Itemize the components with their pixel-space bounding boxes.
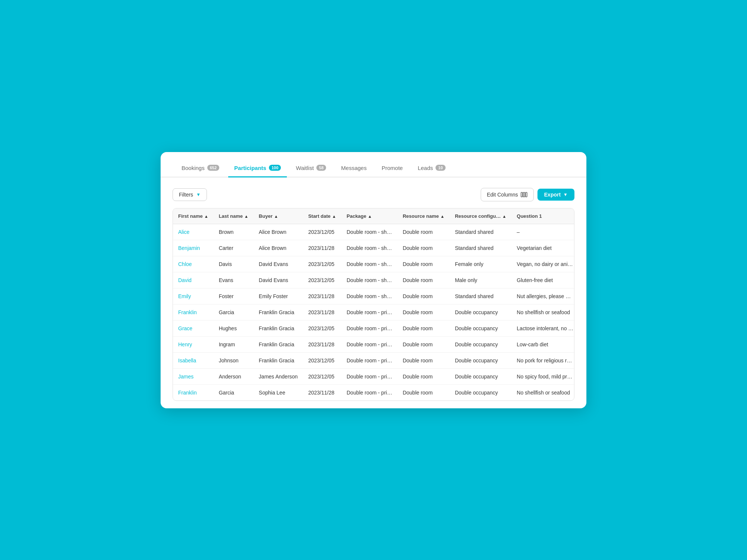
tab-label-participants: Participants — [234, 165, 266, 171]
cell-buyer-4: Emily Foster — [254, 288, 303, 304]
table-row: HenryIngramFranklin Gracia2023/11/28Doub… — [173, 336, 574, 352]
tab-bookings[interactable]: Bookings652 — [176, 161, 225, 177]
cell-last_name-8: Johnson — [214, 352, 254, 368]
cell-start_date-10: 2023/11/28 — [303, 384, 341, 400]
cell-first_name-4[interactable]: Emily — [173, 288, 214, 304]
first-name-link-6[interactable]: Grace — [178, 325, 192, 331]
cell-resource_config-2: Female only — [450, 256, 512, 272]
table-row: JamesAndersonJames Anderson2023/12/05Dou… — [173, 368, 574, 384]
cell-package-0: Double room - sh… — [341, 224, 397, 240]
tab-label-leads: Leads — [418, 165, 433, 171]
cell-resource_config-9: Double occupancy — [450, 368, 512, 384]
first-name-link-3[interactable]: David — [178, 277, 192, 283]
first-name-link-9[interactable]: James — [178, 374, 193, 380]
col-header-resource_config[interactable]: Resource configu…▲ — [450, 208, 512, 224]
export-button[interactable]: Export ▼ — [537, 189, 574, 201]
tab-nav: Bookings652Participants100Waitlist58Mess… — [161, 152, 586, 177]
first-name-link-2[interactable]: Chloe — [178, 261, 192, 267]
cell-package-4: Double room - sh… — [341, 288, 397, 304]
cell-buyer-5: Franklin Gracia — [254, 304, 303, 320]
cell-first_name-7[interactable]: Henry — [173, 336, 214, 352]
cell-first_name-5[interactable]: Franklin — [173, 304, 214, 320]
cell-buyer-7: Franklin Gracia — [254, 336, 303, 352]
cell-resource_name-10: Double room — [397, 384, 450, 400]
table-row: IsabellaJohnsonFranklin Gracia2023/12/05… — [173, 352, 574, 368]
first-name-link-0[interactable]: Alice — [178, 229, 189, 235]
edit-columns-label: Edit Columns — [487, 192, 518, 198]
tab-waitlist[interactable]: Waitlist58 — [290, 161, 332, 177]
cell-first_name-3[interactable]: David — [173, 272, 214, 288]
tab-leads[interactable]: Leads10 — [412, 161, 451, 177]
table-row: ChloeDavisDavid Evans2023/12/05Double ro… — [173, 256, 574, 272]
participants-table: First name▲Last name▲Buyer▲Start date▲Pa… — [173, 208, 574, 400]
cell-start_date-2: 2023/12/05 — [303, 256, 341, 272]
cell-first_name-8[interactable]: Isabella — [173, 352, 214, 368]
cell-buyer-8: Franklin Gracia — [254, 352, 303, 368]
cell-start_date-4: 2023/11/28 — [303, 288, 341, 304]
col-label-buyer: Buyer — [259, 213, 273, 219]
cell-package-2: Double room - sh… — [341, 256, 397, 272]
svg-rect-2 — [526, 192, 527, 197]
cell-resource_name-9: Double room — [397, 368, 450, 384]
cell-start_date-7: 2023/11/28 — [303, 336, 341, 352]
cell-resource_name-4: Double room — [397, 288, 450, 304]
first-name-link-10[interactable]: Franklin — [178, 390, 197, 396]
col-header-start_date[interactable]: Start date▲ — [303, 208, 341, 224]
tab-label-messages: Messages — [341, 165, 366, 171]
table-row: AliceBrownAlice Brown2023/12/05Double ro… — [173, 224, 574, 240]
col-header-buyer[interactable]: Buyer▲ — [254, 208, 303, 224]
cell-resource_config-1: Standard shared — [450, 240, 512, 256]
cell-resource_name-2: Double room — [397, 256, 450, 272]
toolbar-right: Edit Columns Export ▼ — [481, 188, 575, 201]
col-header-first_name[interactable]: First name▲ — [173, 208, 214, 224]
table-row: GraceHughesFranklin Gracia2023/12/05Doub… — [173, 320, 574, 336]
cell-first_name-1[interactable]: Benjamin — [173, 240, 214, 256]
svg-rect-0 — [521, 192, 523, 197]
cell-first_name-6[interactable]: Grace — [173, 320, 214, 336]
tab-messages[interactable]: Messages — [335, 161, 372, 177]
columns-icon — [521, 191, 527, 198]
cell-start_date-9: 2023/12/05 — [303, 368, 341, 384]
cell-resource_config-3: Male only — [450, 272, 512, 288]
cell-buyer-0: Alice Brown — [254, 224, 303, 240]
first-name-link-8[interactable]: Isabella — [178, 358, 196, 363]
edit-columns-button[interactable]: Edit Columns — [481, 188, 534, 201]
cell-question1-3: Gluten-free diet — [512, 272, 574, 288]
cell-question1-6: Lactose intolerant, no dairy. — [512, 320, 574, 336]
table-row: FranklinGarciaSophia Lee2023/11/28Double… — [173, 384, 574, 400]
cell-last_name-6: Hughes — [214, 320, 254, 336]
first-name-link-5[interactable]: Franklin — [178, 309, 197, 315]
filters-label: Filters — [179, 192, 193, 198]
cell-resource_name-0: Double room — [397, 224, 450, 240]
tab-participants[interactable]: Participants100 — [228, 161, 287, 177]
cell-question1-9: No spicy food, mild preferences. — [512, 368, 574, 384]
col-header-last_name[interactable]: Last name▲ — [214, 208, 254, 224]
tab-label-promote: Promote — [382, 165, 403, 171]
cell-resource_name-8: Double room — [397, 352, 450, 368]
cell-first_name-0[interactable]: Alice — [173, 224, 214, 240]
first-name-link-4[interactable]: Emily — [178, 293, 191, 299]
first-name-link-1[interactable]: Benjamin — [178, 245, 200, 251]
col-header-resource_name[interactable]: Resource name▲ — [397, 208, 450, 224]
tab-label-bookings: Bookings — [182, 165, 205, 171]
tab-promote[interactable]: Promote — [376, 161, 409, 177]
cell-first_name-2[interactable]: Chloe — [173, 256, 214, 272]
sort-icon-last_name: ▲ — [244, 214, 248, 219]
cell-buyer-3: David Evans — [254, 272, 303, 288]
cell-question1-4: Nut allergies, please avoid nuts — [512, 288, 574, 304]
cell-last_name-10: Garcia — [214, 384, 254, 400]
sort-icon-start_date: ▲ — [332, 214, 336, 219]
data-table-container: First name▲Last name▲Buyer▲Start date▲Pa… — [173, 208, 574, 401]
col-header-package[interactable]: Package▲ — [341, 208, 397, 224]
tab-badge-participants: 100 — [269, 165, 281, 171]
cell-question1-2: Vegan, no dairy or animal products — [512, 256, 574, 272]
filters-button[interactable]: Filters ▼ — [173, 188, 207, 201]
cell-first_name-10[interactable]: Franklin — [173, 384, 214, 400]
toolbar: Filters ▼ Edit Columns Export — [173, 188, 574, 201]
first-name-link-7[interactable]: Henry — [178, 341, 192, 347]
cell-question1-0: – — [512, 224, 574, 240]
export-label: Export — [544, 192, 561, 198]
col-header-question1[interactable]: Question 1 — [512, 208, 574, 224]
cell-first_name-9[interactable]: James — [173, 368, 214, 384]
cell-resource_name-3: Double room — [397, 272, 450, 288]
